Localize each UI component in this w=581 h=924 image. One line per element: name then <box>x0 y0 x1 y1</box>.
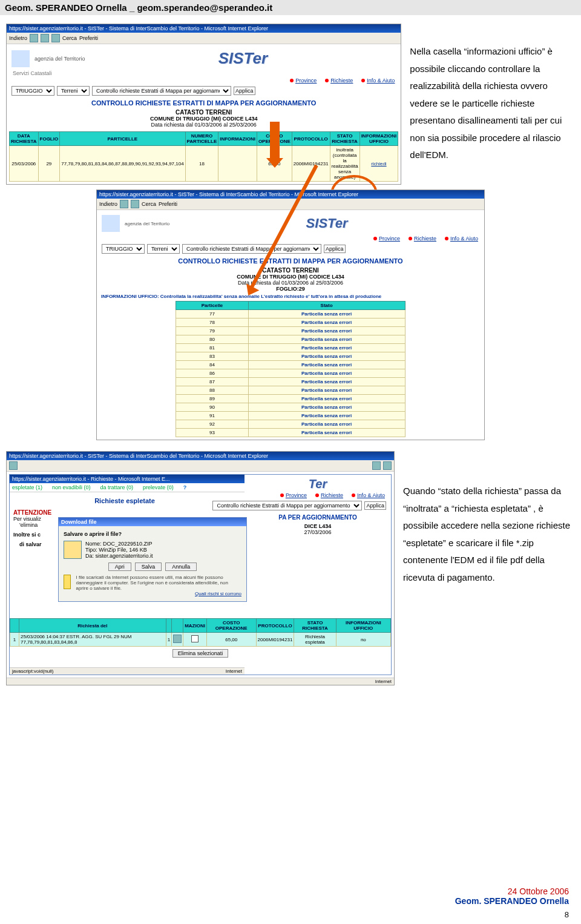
refresh-icon[interactable] <box>41 34 49 42</box>
table-row: 77Particella senza errori <box>176 310 405 318</box>
richieste-table: DATA RICHIESTA FOGLIO PARTICELLE NUMERO … <box>9 131 398 182</box>
foglio-label: FOGLIO:29 <box>99 286 482 292</box>
terreni-select[interactable]: Terreni <box>147 244 180 254</box>
info-ufficio-line: INFORMAZIONI UFFICIO: Controllata la rea… <box>99 292 482 301</box>
title-controllo: CONTROLLO RICHIESTE ESTRATTI DI MAPPA PE… <box>99 255 482 267</box>
paragraph-2: Quando “stato della richiesta” passa da … <box>403 446 577 586</box>
annulla-button[interactable]: Annulla <box>165 563 197 571</box>
col-stato: STATO RICHIESTA <box>294 619 336 633</box>
stop-icon[interactable] <box>30 34 38 42</box>
nome-label: Nome: <box>85 541 102 547</box>
back-icon[interactable] <box>9 461 18 470</box>
tipo-value: WinZip File, 146 KB <box>99 547 147 553</box>
applica-button[interactable]: Applica <box>324 245 346 253</box>
nav-richieste[interactable]: Richieste <box>315 492 343 498</box>
nav-province[interactable]: Province <box>373 236 400 242</box>
col-data: DATA RICHIESTA <box>10 132 39 146</box>
nav-richieste[interactable]: Richieste <box>325 78 353 84</box>
comune-select[interactable]: TRIUGGIO <box>102 244 145 254</box>
tab-nonev[interactable]: non evadibili (0) <box>52 484 91 490</box>
nav-info[interactable]: Info & Aiuto <box>445 236 478 242</box>
table-row: 88Particella senza errori <box>176 386 405 395</box>
status-internet: Internet <box>226 668 242 674</box>
title-comune: COMUNE DI TRIUGGIO (MI) CODICE L434 <box>99 274 482 280</box>
pa-label: PA PER AGGIORNAMENTO <box>247 512 389 523</box>
richiedi-link[interactable]: richiedi <box>371 161 386 167</box>
sister-logo: SISTer <box>174 216 479 231</box>
back-button[interactable]: Indietro <box>9 35 27 41</box>
apri-button[interactable]: Apri <box>108 563 131 571</box>
window-title-2: https://sister.agenziaterritorio.it - SI… <box>97 190 484 199</box>
agency-logo <box>102 215 120 232</box>
search-button[interactable]: Cerca <box>142 201 156 207</box>
particelle-table: ParticelleStato 77Particella senza error… <box>176 301 405 437</box>
sister-logo: SISTer <box>90 49 396 68</box>
title-catasto: CATASTO TERRENI <box>9 109 398 116</box>
table-row: 86Particella senza errori <box>176 369 405 378</box>
nav-info[interactable]: Info & Aiuto <box>361 78 395 84</box>
table-row: 1 25/03/2006 14:04:37 ESTR. AGG. SU FGL … <box>10 633 391 647</box>
salva-button[interactable]: Salva <box>135 563 162 571</box>
warning-icon <box>64 575 71 589</box>
col-particelle: Particelle <box>176 302 248 310</box>
back-button[interactable]: Indietro <box>99 201 117 207</box>
tab-prelevate[interactable]: prelevate (0) <box>143 484 174 490</box>
dice-label: DICE L434 <box>247 523 389 529</box>
table-row: 80Particella senza errori <box>176 335 405 344</box>
disk-icon[interactable] <box>173 635 182 643</box>
refresh-icon[interactable] <box>131 200 139 208</box>
controllo-select[interactable]: Controllo richieste Estratti di Mappa pe… <box>212 501 362 510</box>
paragraph-1: Nella casella “informazioni ufficio” è p… <box>410 19 577 164</box>
table-row: 93Particella senza errori <box>176 429 405 437</box>
ie-toolbar-3 <box>7 460 394 472</box>
applica-button[interactable]: Applica <box>234 87 255 95</box>
stop-icon[interactable] <box>120 200 128 208</box>
row-checkbox[interactable] <box>191 635 199 642</box>
table-row: 83Particella senza errori <box>176 352 405 361</box>
terreni-select[interactable]: Terreni <box>57 86 90 96</box>
page-footer: 24 Ottobre 2006 Geom. SPERANDEO Ornella <box>455 886 569 906</box>
nav-province[interactable]: Province <box>280 492 307 498</box>
nav-info[interactable]: Info & Aiuto <box>352 492 385 498</box>
screenshot-1: https://sister.agenziaterritorio.it - SI… <box>6 24 401 185</box>
tab-espletate[interactable]: espletate (1) <box>12 484 42 490</box>
table-row: 25/03/2006 29 77,78,79,80,81,83,84,86,87… <box>10 146 398 182</box>
elimina-button[interactable]: Elimina selezionati <box>172 649 229 658</box>
agency-logo <box>11 50 30 67</box>
page-number: 8 <box>565 910 569 919</box>
table-row: 79Particella senza errori <box>176 327 405 335</box>
applica-button[interactable]: Applica <box>364 501 386 510</box>
ie-toolbar: Indietro Cerca Preferiti <box>7 33 401 44</box>
nav-richieste[interactable]: Richieste <box>409 236 436 242</box>
favorites-button[interactable]: Preferiti <box>79 35 98 41</box>
download-warning: I file scaricati da Internet possono ess… <box>76 575 241 591</box>
sister-logo: Ter <box>247 477 389 491</box>
rischi-link[interactable]: Quali rischi si corrono <box>64 591 241 596</box>
window-title: https://sister.agenziaterritorio.it - SI… <box>7 24 401 33</box>
controllo-select[interactable]: Controllo richieste Estratti di Mappa pe… <box>92 86 231 96</box>
table-row: 91Particella senza errori <box>176 412 405 420</box>
table-row: 90Particella senza errori <box>176 403 405 412</box>
footer-date: 24 Ottobre 2006 <box>455 886 569 896</box>
title-catasto: CATASTO TERRENI <box>99 267 482 274</box>
title-comune: COMUNE DI TRIUGGIO (MI) CODICE L434 <box>9 116 398 122</box>
col-npart: NUMERO PARTICELLE <box>185 132 218 146</box>
globe-icon[interactable] <box>372 461 381 470</box>
zip-icon <box>64 541 82 559</box>
da-label: Da: <box>85 553 94 559</box>
controllo-select[interactable]: Controllo richieste Estratti di Mappa pe… <box>182 244 321 254</box>
nav-province[interactable]: Province <box>290 78 317 84</box>
tab-trattare[interactable]: da trattare (0) <box>100 484 134 490</box>
search-button[interactable]: Cerca <box>62 35 77 41</box>
table-row: 78Particella senza errori <box>176 318 405 327</box>
help-icon[interactable]: ? <box>183 484 187 490</box>
download-dialog: Download file Salvare o aprire il file? … <box>58 517 247 602</box>
col-info: INFORMAZIONI <box>218 132 257 146</box>
col-foglio: FOGLIO <box>38 132 60 146</box>
col-part: PARTICELLE <box>60 132 185 146</box>
favorites-button[interactable]: Preferiti <box>159 201 177 207</box>
tipo-label: Tipo: <box>85 547 97 553</box>
comune-select[interactable]: TRIUGGIO <box>11 86 54 96</box>
bt-icon[interactable] <box>383 461 392 470</box>
home-icon[interactable] <box>51 34 60 42</box>
